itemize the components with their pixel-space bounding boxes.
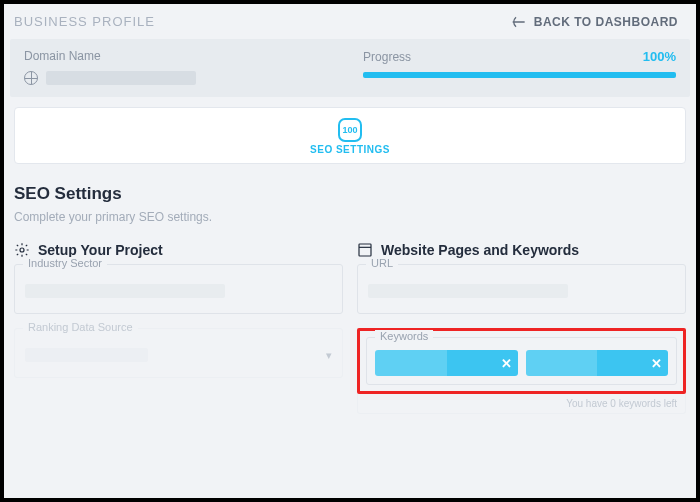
- progress-card: Domain Name Progress 100%: [10, 39, 690, 97]
- website-pages-heading: Website Pages and Keywords: [381, 242, 579, 258]
- back-arrow-icon: [510, 15, 526, 29]
- svg-rect-1: [359, 244, 371, 256]
- progress-bar: [363, 72, 676, 78]
- tab-seo-settings[interactable]: 100 SEO SETTINGS: [310, 118, 390, 155]
- keywords-highlight: Keywords ✕ ✕: [357, 328, 686, 394]
- industry-sector-field[interactable]: Industry Sector: [14, 264, 343, 314]
- tab-card: 100 SEO SETTINGS: [14, 107, 686, 164]
- setup-project-heading: Setup Your Project: [38, 242, 163, 258]
- back-to-dashboard-link[interactable]: BACK TO DASHBOARD: [510, 15, 678, 29]
- ranking-data-source-label: Ranking Data Source: [23, 321, 138, 333]
- url-value: [368, 284, 568, 298]
- ranking-data-source-value: [25, 348, 148, 362]
- section-title: SEO Settings: [14, 184, 686, 204]
- progress-percent: 100%: [643, 49, 676, 64]
- industry-sector-value: [25, 284, 225, 298]
- chevron-down-icon: ▾: [326, 349, 332, 362]
- page-icon: [357, 242, 373, 258]
- keywords-label: Keywords: [375, 330, 433, 342]
- progress-label: Progress: [363, 50, 411, 64]
- page-title: BUSINESS PROFILE: [14, 14, 155, 29]
- ranking-data-source-field[interactable]: Ranking Data Source ▾: [14, 328, 343, 378]
- url-label: URL: [366, 257, 398, 269]
- domain-name-label: Domain Name: [24, 49, 363, 63]
- section-subtitle: Complete your primary SEO settings.: [14, 210, 686, 224]
- keyword-chip[interactable]: ✕: [526, 350, 669, 376]
- tab-score-badge: 100: [338, 118, 362, 142]
- gear-icon: [14, 242, 30, 258]
- url-field[interactable]: URL: [357, 264, 686, 314]
- close-icon[interactable]: ✕: [501, 357, 512, 370]
- keyword-chip[interactable]: ✕: [375, 350, 518, 376]
- svg-point-0: [20, 248, 24, 252]
- keywords-remaining-hint: You have 0 keywords left: [357, 394, 686, 414]
- close-icon[interactable]: ✕: [651, 357, 662, 370]
- tab-label: SEO SETTINGS: [310, 144, 390, 155]
- industry-sector-label: Industry Sector: [23, 257, 107, 269]
- keywords-field[interactable]: Keywords ✕ ✕: [366, 337, 677, 385]
- back-label: BACK TO DASHBOARD: [534, 15, 678, 29]
- domain-name-value: [46, 71, 196, 85]
- globe-icon: [24, 71, 38, 85]
